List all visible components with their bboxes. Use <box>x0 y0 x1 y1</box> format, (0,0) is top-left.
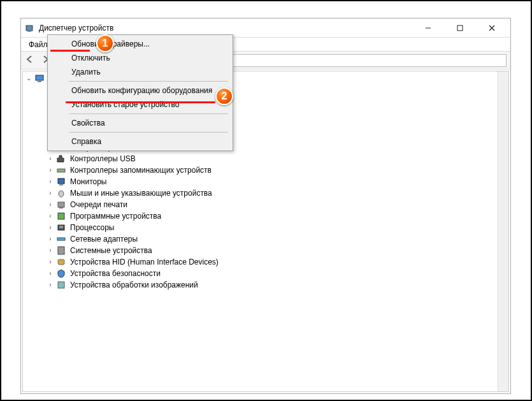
svg-rect-26 <box>57 238 65 240</box>
tree-item[interactable]: ›Устройства безопасности <box>42 268 508 279</box>
svg-rect-3 <box>457 26 463 31</box>
expand-icon[interactable]: › <box>46 235 55 244</box>
close-button[interactable] <box>482 22 501 34</box>
tree-item-label: Контроллеры USB <box>69 153 137 164</box>
device-category-icon <box>56 188 66 198</box>
device-category-icon <box>56 165 66 175</box>
tree-item-label: Мониторы <box>69 176 108 187</box>
highlight-underline <box>66 101 215 103</box>
tree-item-label: Устройства безопасности <box>69 268 162 279</box>
computer-icon <box>34 73 45 84</box>
expand-icon[interactable]: › <box>46 212 55 221</box>
back-icon[interactable] <box>25 54 35 66</box>
tree-item[interactable]: ›Контроллеры запоминающих устройств <box>42 164 508 176</box>
window-title: Диспетчер устройств <box>39 24 419 33</box>
device-category-icon <box>56 245 66 256</box>
svg-rect-21 <box>59 207 63 208</box>
maximize-button[interactable] <box>450 22 470 34</box>
tree-item-label: Программные устройства <box>69 210 162 222</box>
svg-rect-28 <box>58 259 64 265</box>
device-category-icon <box>56 257 66 267</box>
expand-icon[interactable]: › <box>46 189 55 198</box>
device-category-icon <box>56 234 66 244</box>
device-category-icon <box>56 268 66 279</box>
expand-icon[interactable]: › <box>46 281 55 289</box>
menu-disable[interactable]: Отключить <box>66 51 231 65</box>
expand-icon[interactable]: › <box>46 246 55 255</box>
highlight-underline <box>50 50 90 52</box>
tree-item[interactable]: ›Процессоры <box>42 222 508 233</box>
device-category-icon <box>56 222 66 233</box>
window-controls <box>419 22 507 34</box>
svg-rect-18 <box>59 184 63 186</box>
menu-update-drivers[interactable]: Обновить драйверы... <box>66 37 231 51</box>
menu-help[interactable]: Справка <box>66 135 231 149</box>
svg-rect-27 <box>58 247 64 254</box>
tree-item-label: Системные устройства <box>69 245 154 256</box>
annotation-marker-1: 1 <box>96 34 114 52</box>
menu-add-legacy[interactable]: Установить старое устройство <box>66 98 231 112</box>
tree-item-label: Очереди печати <box>69 199 129 210</box>
expand-icon[interactable]: › <box>46 154 55 163</box>
svg-rect-7 <box>38 81 41 82</box>
tree-item[interactable]: ›Сетевые адаптеры <box>42 233 508 245</box>
menu-separator <box>69 132 228 133</box>
tree-item[interactable]: ›Системные устройства <box>42 245 508 256</box>
annotation-marker-2: 2 <box>215 87 233 105</box>
app-icon <box>25 23 35 33</box>
menu-remove[interactable]: Удалить <box>66 65 231 79</box>
device-category-icon <box>56 200 66 210</box>
device-category-icon <box>56 280 66 290</box>
tree-item[interactable]: ›Мыши и иные указывающие устройства <box>42 187 508 199</box>
svg-rect-1 <box>27 31 31 32</box>
expand-icon[interactable]: › <box>46 177 55 186</box>
menu-separator <box>69 113 228 114</box>
device-category-icon <box>56 154 66 164</box>
tree-item[interactable]: ›Мониторы <box>42 176 508 187</box>
svg-rect-16 <box>57 169 65 172</box>
svg-rect-29 <box>58 282 64 288</box>
tree-item[interactable]: ›Устройства HID (Human Interface Devices… <box>42 256 508 268</box>
tree-item[interactable]: ›Устройства обработки изображений <box>42 279 508 291</box>
tree-item[interactable]: ›Программные устройства <box>42 210 508 222</box>
tree-item[interactable]: ›Очереди печати <box>42 199 508 210</box>
expand-icon[interactable]: › <box>46 200 55 209</box>
tree-item[interactable]: ›Контроллеры USB <box>42 153 508 164</box>
svg-rect-20 <box>58 202 64 207</box>
tree-item-label: Мыши и иные указывающие устройства <box>69 187 213 199</box>
svg-rect-0 <box>26 26 32 31</box>
minimize-button[interactable] <box>419 22 438 34</box>
device-category-icon <box>56 211 66 221</box>
tree-item-label: Устройства обработки изображений <box>69 279 199 291</box>
expand-icon[interactable]: › <box>46 166 55 175</box>
device-category-icon <box>56 177 66 187</box>
svg-rect-6 <box>36 75 43 80</box>
expand-icon[interactable]: › <box>46 258 55 266</box>
action-dropdown: Обновить драйверы... Отключить Удалить О… <box>47 34 233 151</box>
expand-icon[interactable]: ⌄ <box>24 74 33 83</box>
svg-point-19 <box>59 191 64 197</box>
svg-rect-17 <box>58 179 64 184</box>
tree-item-label: Сетевые адаптеры <box>69 233 139 245</box>
tree-item-label: Процессоры <box>69 222 116 233</box>
menu-scan-hardware[interactable]: Обновить конфигурацию оборудования <box>66 84 231 98</box>
tree-item-label: Устройства HID (Human Interface Devices) <box>69 256 220 268</box>
expand-icon[interactable]: › <box>46 223 55 232</box>
svg-rect-22 <box>58 213 64 219</box>
menu-separator <box>69 81 228 82</box>
expand-icon[interactable]: › <box>46 269 55 278</box>
tree-item-label: Контроллеры запоминающих устройств <box>69 164 213 176</box>
menu-properties[interactable]: Свойства <box>66 116 231 130</box>
vertical-scrollbar[interactable] <box>498 71 508 391</box>
